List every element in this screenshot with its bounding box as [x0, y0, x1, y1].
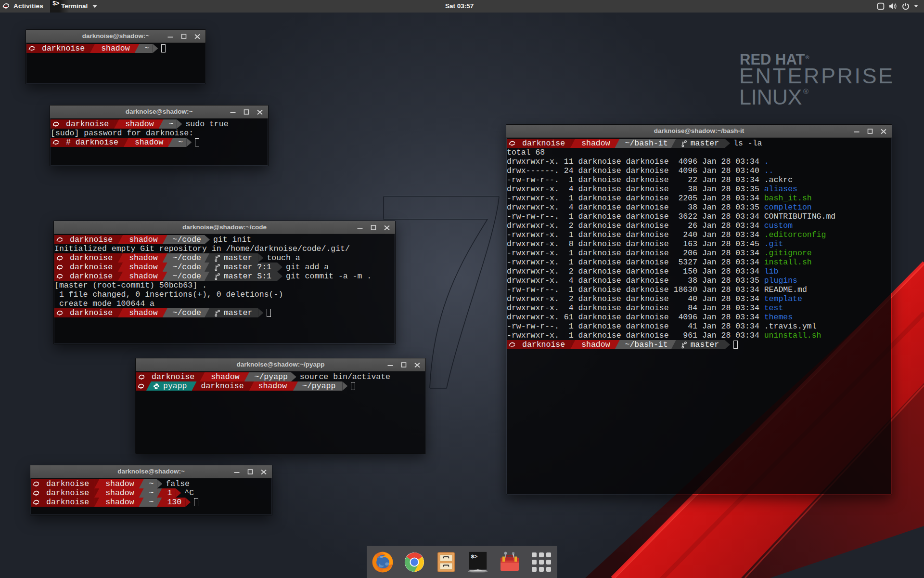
- svg-text:$>: $>: [471, 553, 478, 560]
